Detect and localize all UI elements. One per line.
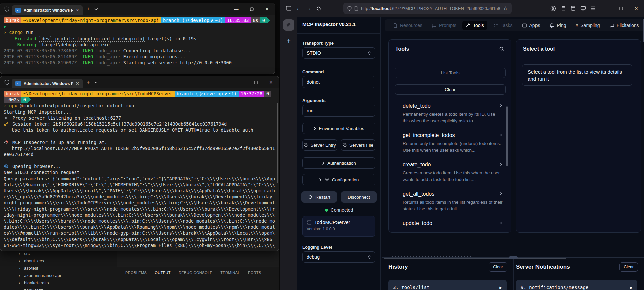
panel-tab-ports[interactable]: PORTS (248, 271, 261, 277)
sidebar-toggle-icon[interactable] (284, 3, 294, 13)
panel-tab-problems[interactable]: PROBLEMS (125, 271, 147, 277)
tool-name: get_all_todos (403, 191, 502, 197)
panel-tab-terminal[interactable]: TERMINAL (220, 271, 240, 277)
tree-item-blanket-traits[interactable]: ›blanket-traits (19, 279, 61, 286)
terminal-tab[interactable]: ›_ Administrator: Windows Pow ✕ (12, 5, 83, 15)
expand-play-icon[interactable]: ▶ (630, 285, 633, 290)
clear-tools-button[interactable]: Clear (395, 84, 506, 95)
tree-item-about_ecs[interactable]: ›about_ecs (19, 257, 61, 264)
prompt-duration-segment: 0 (264, 91, 271, 97)
page-scrollbar[interactable] (643, 19, 644, 42)
tool-list-item[interactable]: update_todo (403, 220, 502, 226)
prompt-path-segment: ~\Development\friday-night-programmer\sr… (21, 17, 161, 23)
minimize-button[interactable]: — (229, 3, 244, 15)
nav-tab-label: Resources (400, 23, 422, 28)
nav-tab-prompts[interactable]: Prompts (428, 21, 460, 30)
notifications-clear-button[interactable]: Clear (619, 262, 638, 272)
restart-button[interactable]: Restart (301, 191, 337, 203)
nav-tab-ping[interactable]: Ping (546, 21, 569, 30)
new-tab-button[interactable]: + (87, 79, 90, 85)
active-tab-favicon[interactable] (283, 19, 294, 31)
expand-play-icon[interactable]: ▶ (499, 285, 502, 290)
list-tools-button[interactable]: List Tools (395, 68, 506, 78)
close-button[interactable]: ✕ (263, 76, 279, 88)
reload-icon[interactable] (314, 3, 324, 13)
tool-list-item[interactable]: get_incomplete_todosReturns only the inc… (403, 132, 502, 154)
tool-detail-panel: Select a tool Select a tool from the lis… (516, 39, 641, 233)
new-tab-button[interactable]: + (283, 35, 294, 47)
minimize-button[interactable]: — (233, 76, 248, 88)
terminal-content[interactable]: burak ~\Development\friday-night-program… (0, 88, 279, 251)
server-entry-button[interactable]: Server Entry (302, 139, 337, 151)
prompt-branch-segment: branch (develop~1) (161, 17, 225, 23)
terminal-window-todo-api[interactable]: ›_ Administrator: Windows Pow ✕ + — ✕ bu… (0, 3, 275, 74)
account-icon[interactable] (548, 3, 558, 13)
environment-variables-button[interactable]: Environment Variables (302, 123, 375, 134)
terminal-titlebar[interactable]: ›_ Administrator: Windows Pow ✕ + — ✕ (0, 76, 279, 88)
transport-type-select[interactable]: STDIO (302, 47, 375, 59)
tool-list-item[interactable]: get_all_todosReturns all todo items in t… (403, 191, 502, 212)
nav-tab-resources[interactable]: Resources (389, 21, 426, 30)
nav-tab-tasks[interactable]: Tasks (490, 21, 516, 30)
terminal-line: Running `target\debug\todo-api.exe` (4, 42, 271, 48)
servers-file-button[interactable]: Servers File (341, 139, 375, 151)
nav-tab-tools[interactable]: Tools (462, 21, 487, 30)
panel-tab-debug-console[interactable]: DEBUG CONSOLE (179, 271, 212, 277)
key-icon (4, 122, 9, 126)
notification-item[interactable]: 9. notifications/message ▶ (516, 280, 637, 290)
horizontal-scrollbar[interactable] (384, 258, 566, 259)
devices-icon[interactable] (578, 3, 588, 13)
vscode-window: ›src›about_ecs›ast-test›azon-insurance-a… (0, 248, 279, 290)
downloads-icon[interactable] (568, 3, 578, 13)
git-branch-icon (199, 92, 203, 96)
panel-tab-output[interactable]: OUTPUT (155, 271, 171, 277)
tree-item-ast-test[interactable]: ›ast-test (19, 264, 61, 272)
prompt-duration-segment: .002s (4, 97, 21, 103)
nav-tab-apps[interactable]: Apps (519, 21, 544, 30)
nav-tab-elicitations[interactable]: Elicitations (606, 21, 642, 30)
configuration-button[interactable]: Configuration (302, 174, 375, 185)
command-input[interactable] (302, 76, 375, 88)
maximize-button[interactable] (244, 3, 259, 15)
tab-dropdown-icon[interactable] (94, 8, 98, 10)
forward-icon[interactable]: → (304, 3, 314, 13)
logging-level-select[interactable]: debug (302, 251, 375, 263)
terminal-tab[interactable]: ›_ Administrator: Windows Pow ✕ (12, 79, 83, 88)
tab-close-icon[interactable]: ✕ (76, 8, 79, 13)
close-button[interactable]: ✕ (259, 3, 275, 15)
prompt-time-segment: 16:35:03 (225, 17, 251, 23)
terminal-scrollbar[interactable] (277, 103, 278, 183)
new-tab-button[interactable]: + (87, 6, 90, 12)
maximize-button[interactable] (248, 76, 263, 88)
nav-tab-label: Ping (557, 23, 566, 28)
tab-dropdown-icon[interactable] (94, 81, 98, 84)
arguments-input[interactable] (302, 105, 375, 117)
splitter-handle[interactable] (509, 256, 518, 259)
tab-close-icon[interactable]: ✕ (76, 81, 79, 86)
extensions-icon[interactable] (558, 3, 568, 13)
url-text[interactable]: http://localhost:6274/?MCP_PROXY_AUTH_TO… (361, 6, 501, 11)
disconnect-button[interactable]: Disconnect (341, 191, 377, 203)
tree-item-azon-insurance-api[interactable]: ›azon-insurance-api (19, 272, 61, 279)
tool-list-item[interactable]: create_todoCreates a new todo item. Use … (403, 162, 502, 183)
chevron-right-icon (499, 221, 502, 225)
close-button[interactable]: ✕ (629, 0, 644, 17)
address-bar[interactable]: http://localhost:6274/?MCP_PROXY_AUTH_TO… (343, 3, 512, 14)
tree-item-book-form[interactable]: ›book-form (19, 286, 61, 290)
menu-icon[interactable] (588, 3, 598, 13)
authentication-button[interactable]: Authentication (302, 157, 375, 169)
tools-list-scrollbar[interactable] (506, 106, 508, 166)
history-item[interactable]: 3. tools/list ▶ (388, 280, 507, 290)
search-icon[interactable] (499, 46, 504, 52)
terminal-window-mcp-inspector[interactable]: ›_ Administrator: Windows Pow ✕ + — ✕ bu… (0, 76, 279, 251)
prompt-line: burak ~\Development\friday-night-program… (4, 91, 275, 97)
terminal-titlebar[interactable]: ›_ Administrator: Windows Pow ✕ + — ✕ (0, 3, 275, 15)
nav-tab-sampling[interactable]: #Sampling (572, 21, 603, 30)
bookmark-star-icon[interactable]: ☆ (503, 5, 508, 11)
history-clear-button[interactable]: Clear (489, 262, 507, 272)
terminal-content[interactable]: burak ~\Development\friday-night-program… (0, 15, 275, 68)
tool-list-item[interactable]: delete_todoPermanently deletes a todo it… (403, 103, 502, 124)
maximize-button[interactable] (613, 0, 629, 17)
back-icon[interactable]: ← (294, 3, 304, 13)
minimize-button[interactable]: — (598, 0, 613, 17)
